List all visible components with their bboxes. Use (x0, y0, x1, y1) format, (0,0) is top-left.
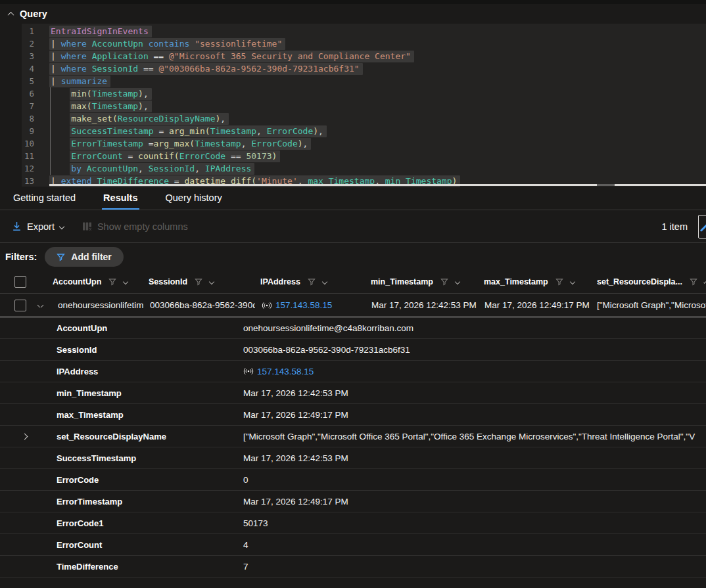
code-line-body: | where SessionId == @"003066ba-862a-956… (49, 63, 363, 75)
column-header-label: SessionId (149, 277, 187, 286)
detail-value-link[interactable]: 157.143.58.15 (257, 367, 314, 376)
cell-resources[interactable]: ["Microsoft Graph","Microsoft Office 365… (592, 300, 706, 310)
line-number: 7 (0, 101, 34, 111)
code-line[interactable]: 9SuccessTimestamp = arg_min(Timestamp, E… (0, 125, 706, 137)
column-menu-icon[interactable] (123, 279, 128, 284)
detail-expander-cell (0, 512, 57, 533)
code-line[interactable]: 2| where AccountUpn contains "sessionlif… (0, 37, 706, 50)
code-token: = (158, 126, 169, 136)
code-line[interactable]: 6min(Timestamp), (0, 87, 706, 100)
detail-expander-cell (0, 382, 57, 403)
network-signal-icon (243, 367, 254, 375)
detail-label: IPAddress (57, 367, 243, 376)
column-menu-icon[interactable] (455, 279, 460, 284)
export-button[interactable]: Export (12, 221, 64, 232)
column-filter-icon[interactable] (308, 278, 316, 286)
code-token: arg_max( (154, 139, 195, 148)
line-number: 6 (0, 89, 34, 99)
code-token: AccountUpn (87, 164, 138, 173)
filters-label: Filters: (5, 252, 37, 262)
column-menu-icon[interactable] (322, 279, 327, 284)
code-line[interactable]: 3| where Application == @"Microsoft 365 … (0, 50, 706, 62)
column-header-set-resourcedispla[interactable]: set_ResourceDispla... (592, 277, 706, 286)
code-token: , (143, 101, 149, 111)
result-row[interactable]: onehoursessionlifetime@c4a8korriban.com … (0, 293, 706, 317)
detail-label: AccountUpn (57, 323, 243, 333)
cell-min-timestamp[interactable]: Mar 17, 2026 12:42:53 PM (365, 300, 479, 310)
column-header-max-timestamp[interactable]: max_Timestamp (479, 277, 592, 286)
code-token: Application (92, 51, 154, 61)
code-highlight: make_set(ResourceDisplayName), (70, 113, 229, 125)
cell-session-id[interactable]: 003066ba-862a-9562-390d-79231acb6f31 (143, 300, 255, 310)
code-token: "sessionlifetime" (195, 39, 282, 49)
code-line[interactable]: 12by AccountUpn, SessionId, IPAddress (0, 162, 706, 175)
code-token: , (241, 139, 252, 148)
code-line[interactable]: 10ErrorTimestamp =arg_max(Timestamp, Err… (0, 137, 706, 150)
line-number: 8 (0, 114, 34, 124)
detail-row-min-timestamp: min_TimestampMar 17, 2026 12:42:53 PM (0, 382, 706, 404)
detail-expander-cell (0, 317, 57, 338)
code-token: ) (272, 151, 277, 161)
code-highlight: | where SessionId == @"003066ba-862a-956… (49, 63, 363, 75)
cell-ip-address[interactable]: 157.143.58.15 (255, 300, 365, 310)
column-filter-icon[interactable] (440, 278, 448, 286)
detail-expander-cell (0, 361, 57, 382)
code-line[interactable]: 11ErrorCount = countif(ErrorCode == 5017… (0, 150, 706, 162)
detail-row-ipaddress: IPAddress157.143.58.15 (0, 361, 706, 382)
column-filter-icon[interactable] (690, 278, 697, 286)
code-line[interactable]: 5| summarize (0, 75, 706, 87)
ip-address-link[interactable]: 157.143.58.15 (275, 300, 332, 310)
add-filter-button[interactable]: Add filter (45, 247, 123, 267)
grid-header: AccountUpnSessionIdIPAddressmin_Timestam… (0, 271, 706, 293)
column-menu-icon[interactable] (209, 279, 214, 284)
code-line[interactable]: 4| where SessionId == @"003066ba-862a-95… (0, 62, 706, 75)
cell-max-timestamp[interactable]: Mar 17, 2026 12:49:17 PM (479, 300, 592, 310)
row-checkbox[interactable] (14, 300, 26, 311)
code-line-body: min(Timestamp), (49, 88, 152, 100)
code-token: contains (149, 39, 195, 49)
column-filter-icon[interactable] (108, 278, 116, 286)
code-line[interactable]: 8make_set(ResourceDisplayName), (0, 112, 706, 125)
detail-value: 003066ba-862a-9562-390d-79231acb6f31 (243, 345, 706, 355)
tab-results[interactable]: Results (102, 187, 139, 210)
detail-expander-cell (0, 404, 57, 425)
select-all-checkbox[interactable] (14, 276, 26, 288)
code-highlight: min(Timestamp), (70, 88, 151, 100)
show-empty-columns-button[interactable]: Show empty columns (82, 221, 188, 232)
expand-field-icon[interactable] (22, 434, 28, 440)
column-header-min-timestamp[interactable]: min_Timestamp (365, 277, 479, 286)
code-token: ResourceDisplayName (118, 114, 216, 124)
column-header-sessionid[interactable]: SessionId (143, 277, 255, 286)
code-token: , (138, 164, 149, 173)
editor-scrollbar-thumb[interactable] (597, 184, 615, 186)
columns-icon (82, 221, 92, 231)
code-token: ErrorTimestamp (71, 139, 148, 148)
detail-value: 50173 (243, 518, 706, 528)
column-header-ipaddress[interactable]: IPAddress (255, 277, 365, 286)
editor-horizontal-scrollbar[interactable] (49, 184, 706, 186)
collapse-query-icon[interactable] (8, 11, 14, 18)
detail-row-max-timestamp: max_TimestampMar 17, 2026 12:49:17 PM (0, 404, 706, 426)
code-token: Timestamp (92, 101, 138, 111)
code-line[interactable]: 1EntraIdSignInEvents (0, 25, 706, 37)
search-input[interactable] (698, 215, 706, 238)
code-token: | (51, 76, 61, 86)
code-line[interactable]: 7max(Timestamp), (0, 100, 706, 112)
detail-expander-cell (0, 339, 57, 360)
detail-expander-cell (0, 447, 57, 468)
cell-account-upn[interactable]: onehoursessionlifetime@c4a8korriban.com (51, 300, 143, 310)
line-number: 13 (0, 176, 34, 186)
row-expander[interactable] (29, 303, 51, 307)
code-token: @"Microsoft 365 Security and Compliance … (169, 51, 411, 61)
column-header-accountupn[interactable]: AccountUpn (51, 277, 143, 286)
query-editor[interactable]: 1EntraIdSignInEvents2| where AccountUpn … (0, 24, 706, 187)
detail-expander-cell (0, 556, 57, 577)
column-menu-icon[interactable] (570, 279, 575, 284)
column-menu-icon[interactable] (703, 280, 706, 284)
tab-query-history[interactable]: Query history (164, 187, 224, 210)
tab-getting-started[interactable]: Getting started (12, 187, 77, 210)
column-filter-icon[interactable] (555, 278, 563, 286)
detail-value: 7 (243, 562, 706, 572)
line-number: 3 (0, 51, 34, 61)
column-filter-icon[interactable] (195, 278, 202, 286)
